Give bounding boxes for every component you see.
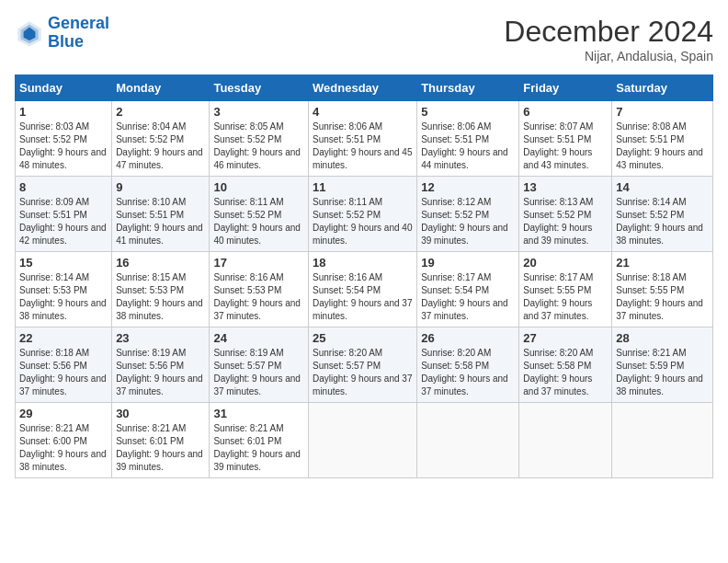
header-sunday: Sunday: [16, 75, 112, 101]
calendar-cell: 7Sunrise: 8:08 AM Sunset: 5:51 PM Daylig…: [612, 101, 713, 177]
day-info: Sunrise: 8:20 AM Sunset: 5:58 PM Dayligh…: [421, 347, 515, 398]
day-number: 24: [213, 331, 304, 345]
day-number: 15: [19, 256, 108, 270]
header-saturday: Saturday: [612, 75, 713, 101]
header-wednesday: Wednesday: [309, 75, 417, 101]
calendar-cell: 12Sunrise: 8:12 AM Sunset: 5:52 PM Dayli…: [417, 177, 519, 252]
logo-icon: [15, 18, 44, 48]
calendar-cell: 23Sunrise: 8:19 AM Sunset: 5:56 PM Dayli…: [112, 327, 210, 403]
day-info: Sunrise: 8:19 AM Sunset: 5:57 PM Dayligh…: [213, 347, 304, 398]
calendar-cell: 5Sunrise: 8:06 AM Sunset: 5:51 PM Daylig…: [417, 101, 519, 177]
week-row-4: 22Sunrise: 8:18 AM Sunset: 5:56 PM Dayli…: [16, 327, 713, 403]
day-number: 28: [616, 331, 709, 345]
day-info: Sunrise: 8:06 AM Sunset: 5:51 PM Dayligh…: [421, 121, 515, 172]
calendar-cell: [417, 403, 519, 478]
calendar-cell: 16Sunrise: 8:15 AM Sunset: 5:53 PM Dayli…: [112, 252, 210, 327]
calendar-cell: 8Sunrise: 8:09 AM Sunset: 5:51 PM Daylig…: [16, 177, 112, 252]
calendar-cell: 25Sunrise: 8:20 AM Sunset: 5:57 PM Dayli…: [309, 327, 417, 403]
day-info: Sunrise: 8:13 AM Sunset: 5:52 PM Dayligh…: [523, 196, 608, 247]
week-row-1: 1Sunrise: 8:03 AM Sunset: 5:52 PM Daylig…: [16, 101, 713, 177]
calendar-cell: 3Sunrise: 8:05 AM Sunset: 5:52 PM Daylig…: [210, 101, 309, 177]
day-info: Sunrise: 8:06 AM Sunset: 5:51 PM Dayligh…: [313, 121, 413, 172]
day-number: 6: [523, 105, 608, 119]
day-info: Sunrise: 8:08 AM Sunset: 5:51 PM Dayligh…: [616, 121, 709, 172]
day-info: Sunrise: 8:19 AM Sunset: 5:56 PM Dayligh…: [116, 347, 205, 398]
calendar-subtitle: Nijar, Andalusia, Spain: [504, 49, 713, 63]
day-info: Sunrise: 8:07 AM Sunset: 5:51 PM Dayligh…: [523, 121, 608, 172]
day-number: 13: [523, 180, 608, 194]
calendar-cell: [309, 403, 417, 478]
calendar-cell: 6Sunrise: 8:07 AM Sunset: 5:51 PM Daylig…: [519, 101, 612, 177]
day-info: Sunrise: 8:21 AM Sunset: 6:01 PM Dayligh…: [116, 422, 205, 474]
calendar-cell: 10Sunrise: 8:11 AM Sunset: 5:52 PM Dayli…: [210, 177, 309, 252]
week-row-2: 8Sunrise: 8:09 AM Sunset: 5:51 PM Daylig…: [16, 177, 713, 252]
calendar-cell: 11Sunrise: 8:11 AM Sunset: 5:52 PM Dayli…: [309, 177, 417, 252]
day-number: 17: [213, 256, 304, 270]
calendar-body: 1Sunrise: 8:03 AM Sunset: 5:52 PM Daylig…: [16, 101, 713, 478]
calendar-cell: 20Sunrise: 8:17 AM Sunset: 5:55 PM Dayli…: [519, 252, 612, 327]
day-info: Sunrise: 8:09 AM Sunset: 5:51 PM Dayligh…: [19, 196, 108, 247]
calendar-cell: 2Sunrise: 8:04 AM Sunset: 5:52 PM Daylig…: [112, 101, 210, 177]
day-info: Sunrise: 8:11 AM Sunset: 5:52 PM Dayligh…: [213, 196, 304, 247]
day-info: Sunrise: 8:20 AM Sunset: 5:58 PM Dayligh…: [523, 347, 608, 398]
day-number: 16: [116, 256, 205, 270]
day-info: Sunrise: 8:15 AM Sunset: 5:53 PM Dayligh…: [116, 271, 205, 323]
calendar-cell: 19Sunrise: 8:17 AM Sunset: 5:54 PM Dayli…: [417, 252, 519, 327]
day-number: 3: [213, 105, 304, 119]
day-number: 30: [116, 407, 205, 420]
page-header: General Blue December 2024 Nijar, Andalu…: [15, 15, 713, 63]
day-number: 29: [19, 407, 108, 420]
calendar-cell: 22Sunrise: 8:18 AM Sunset: 5:56 PM Dayli…: [16, 327, 112, 403]
day-number: 7: [616, 105, 709, 119]
calendar-cell: 30Sunrise: 8:21 AM Sunset: 6:01 PM Dayli…: [112, 403, 210, 478]
day-number: 1: [19, 105, 108, 119]
header-tuesday: Tuesday: [210, 75, 309, 101]
calendar-cell: 14Sunrise: 8:14 AM Sunset: 5:52 PM Dayli…: [612, 177, 713, 252]
day-number: 26: [421, 331, 515, 345]
day-info: Sunrise: 8:18 AM Sunset: 5:56 PM Dayligh…: [19, 347, 108, 398]
day-info: Sunrise: 8:21 AM Sunset: 6:01 PM Dayligh…: [213, 422, 304, 474]
day-number: 19: [421, 256, 515, 270]
header-thursday: Thursday: [417, 75, 519, 101]
day-number: 5: [421, 105, 515, 119]
day-info: Sunrise: 8:14 AM Sunset: 5:52 PM Dayligh…: [616, 196, 709, 247]
day-info: Sunrise: 8:16 AM Sunset: 5:53 PM Dayligh…: [213, 271, 304, 323]
day-info: Sunrise: 8:12 AM Sunset: 5:52 PM Dayligh…: [421, 196, 515, 247]
day-info: Sunrise: 8:10 AM Sunset: 5:51 PM Dayligh…: [116, 196, 205, 247]
calendar-cell: 21Sunrise: 8:18 AM Sunset: 5:55 PM Dayli…: [612, 252, 713, 327]
day-info: Sunrise: 8:14 AM Sunset: 5:53 PM Dayligh…: [19, 271, 108, 323]
calendar-cell: 17Sunrise: 8:16 AM Sunset: 5:53 PM Dayli…: [210, 252, 309, 327]
day-number: 2: [116, 105, 205, 119]
calendar-cell: 26Sunrise: 8:20 AM Sunset: 5:58 PM Dayli…: [417, 327, 519, 403]
calendar-cell: 1Sunrise: 8:03 AM Sunset: 5:52 PM Daylig…: [16, 101, 112, 177]
day-number: 25: [313, 331, 413, 345]
day-number: 23: [116, 331, 205, 345]
header-friday: Friday: [519, 75, 612, 101]
calendar-header-row: SundayMondayTuesdayWednesdayThursdayFrid…: [16, 75, 713, 101]
day-number: 22: [19, 331, 108, 345]
day-number: 4: [313, 105, 413, 119]
day-info: Sunrise: 8:16 AM Sunset: 5:54 PM Dayligh…: [313, 271, 413, 323]
calendar-cell: 18Sunrise: 8:16 AM Sunset: 5:54 PM Dayli…: [309, 252, 417, 327]
day-number: 14: [616, 180, 709, 194]
day-number: 31: [213, 407, 304, 420]
calendar-table: SundayMondayTuesdayWednesdayThursdayFrid…: [15, 75, 713, 478]
day-number: 12: [421, 180, 515, 194]
day-info: Sunrise: 8:03 AM Sunset: 5:52 PM Dayligh…: [19, 121, 108, 172]
day-number: 10: [213, 180, 304, 194]
calendar-cell: 15Sunrise: 8:14 AM Sunset: 5:53 PM Dayli…: [16, 252, 112, 327]
calendar-cell: 31Sunrise: 8:21 AM Sunset: 6:01 PM Dayli…: [210, 403, 309, 478]
day-info: Sunrise: 8:17 AM Sunset: 5:55 PM Dayligh…: [523, 271, 608, 323]
day-number: 27: [523, 331, 608, 345]
day-info: Sunrise: 8:20 AM Sunset: 5:57 PM Dayligh…: [313, 347, 413, 398]
calendar-cell: 4Sunrise: 8:06 AM Sunset: 5:51 PM Daylig…: [309, 101, 417, 177]
calendar-cell: 24Sunrise: 8:19 AM Sunset: 5:57 PM Dayli…: [210, 327, 309, 403]
day-number: 20: [523, 256, 608, 270]
calendar-title: December 2024: [504, 15, 713, 49]
day-info: Sunrise: 8:21 AM Sunset: 5:59 PM Dayligh…: [616, 347, 709, 398]
day-info: Sunrise: 8:21 AM Sunset: 6:00 PM Dayligh…: [19, 422, 108, 474]
week-row-5: 29Sunrise: 8:21 AM Sunset: 6:00 PM Dayli…: [16, 403, 713, 478]
calendar-cell: 9Sunrise: 8:10 AM Sunset: 5:51 PM Daylig…: [112, 177, 210, 252]
calendar-cell: 13Sunrise: 8:13 AM Sunset: 5:52 PM Dayli…: [519, 177, 612, 252]
calendar-cell: [612, 403, 713, 478]
